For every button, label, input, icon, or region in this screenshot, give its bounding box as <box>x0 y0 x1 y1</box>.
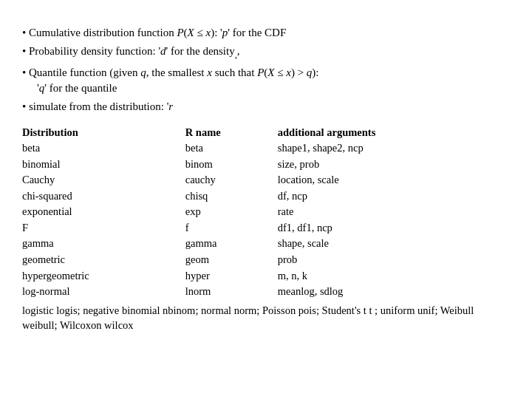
table-row: binomialbinomsize, prob <box>22 157 510 173</box>
bullet-3: • Quantile function (given q, the smalle… <box>22 65 510 96</box>
table-row: chi-squaredchisqdf, ncp <box>22 188 510 205</box>
table-row: Cauchycauchylocation, scale <box>22 172 510 188</box>
table-row: Ffdf1, df1, ncp <box>22 220 510 236</box>
table-row: geometricgeomprob <box>22 252 510 268</box>
footer-text: logistic logis; negative binomial nbinom… <box>22 303 510 333</box>
col-header-rname: R name <box>185 125 278 141</box>
table-row: exponentialexprate <box>22 204 510 220</box>
bullet-2: • Probability density function: 'd' for … <box>22 44 510 62</box>
bullet-1: • Cumulative distribution function P(X ≤… <box>22 25 510 41</box>
bullet-4: • simulate from the distribution: 'r <box>22 99 510 115</box>
table-row: log-normallnormmeanlog, sdlog <box>22 284 510 300</box>
distribution-table: Distribution R name additional arguments… <box>22 125 510 300</box>
col-header-distribution: Distribution <box>22 125 185 141</box>
table-row: hypergeometrichyperm, n, k <box>22 268 510 284</box>
table-row: gammagammashape, scale <box>22 236 510 252</box>
table-row: betabetashape1, shape2, ncp <box>22 140 510 157</box>
col-header-args: additional arguments <box>278 125 510 141</box>
